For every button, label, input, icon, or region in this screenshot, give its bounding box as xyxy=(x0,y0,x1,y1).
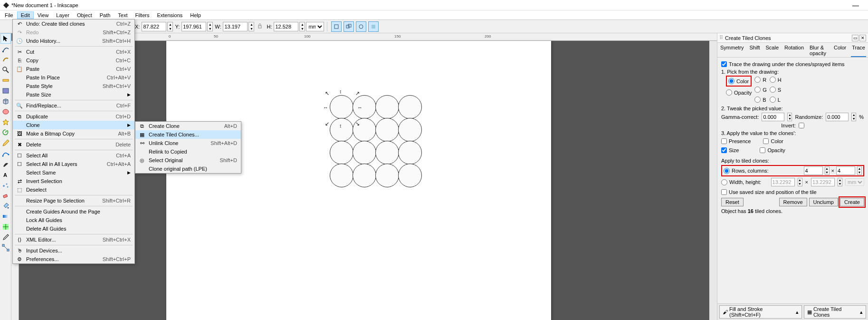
pick-opacity-radio[interactable]: Opacity xyxy=(726,89,752,96)
rect-tool[interactable] xyxy=(0,86,11,96)
rows-input[interactable] xyxy=(804,166,823,175)
affect-button-4[interactable] xyxy=(368,21,379,32)
menu-preferences[interactable]: ⚙Preferences...Shift+Ctrl+P xyxy=(13,255,134,263)
eraser-tool[interactable] xyxy=(0,190,11,201)
menu-path[interactable]: Path xyxy=(96,11,114,19)
remove-button[interactable]: Remove xyxy=(779,198,807,206)
menu-lock-guides[interactable]: Lock All Guides xyxy=(13,216,134,224)
pick-l-radio[interactable]: L xyxy=(770,97,782,103)
pick-s-radio[interactable]: S xyxy=(770,87,782,93)
pencil-tool[interactable] xyxy=(0,138,11,148)
submenu-unlink-clone[interactable]: ⚯Unlink CloneShift+Alt+D xyxy=(135,139,241,147)
pick-b-radio[interactable]: B xyxy=(754,97,767,103)
menu-resize-page[interactable]: Resize Page to SelectionShift+Ctrl+R xyxy=(13,196,134,205)
submenu-clone-path[interactable]: Clone original path (LPE) xyxy=(135,165,241,173)
menu-help[interactable]: Help xyxy=(186,11,205,19)
zoom-tool[interactable] xyxy=(0,65,11,75)
submenu-create-clone[interactable]: ⧉Create CloneAlt+D xyxy=(135,122,241,130)
bezier-tool[interactable] xyxy=(0,148,11,159)
menu-select-same[interactable]: Select Same▶ xyxy=(13,168,134,177)
menu-filters[interactable]: Filters xyxy=(132,11,153,19)
y-input[interactable] xyxy=(181,22,206,31)
minimize-button[interactable]: — xyxy=(846,0,865,10)
menu-copy[interactable]: ⎘CopyCtrl+C xyxy=(13,56,134,65)
cols-spinner[interactable]: ▲▼ xyxy=(857,166,862,175)
trace-checkbox[interactable]: Trace the drawing under the clones/spray… xyxy=(721,61,864,67)
3dbox-tool[interactable] xyxy=(0,96,11,107)
menu-paste-style[interactable]: Paste StyleShift+Ctrl+V xyxy=(13,82,134,90)
tab-blur-opacity[interactable]: Blur & opacity xyxy=(809,44,829,57)
vertical-scrollbar[interactable] xyxy=(709,41,717,320)
panel-grip-icon[interactable]: ⠿ xyxy=(719,35,723,41)
menu-view[interactable]: View xyxy=(34,11,53,19)
randomize-input[interactable] xyxy=(826,113,849,121)
apply-opacity-checkbox[interactable]: Opacity xyxy=(760,147,785,153)
menu-paste[interactable]: 📋PasteCtrl+V xyxy=(13,65,134,73)
menu-invert-selection[interactable]: ⇄Invert Selection xyxy=(13,177,134,185)
affect-button-1[interactable] xyxy=(331,21,342,32)
create-button[interactable]: Create xyxy=(840,198,864,206)
affect-button-3[interactable] xyxy=(356,21,366,32)
lock-icon[interactable] xyxy=(257,23,263,30)
reset-button[interactable]: Reset xyxy=(721,198,744,206)
rows-cols-radio[interactable]: Rows, columns: xyxy=(724,168,769,174)
menu-deselect[interactable]: ⬚Deselect xyxy=(13,185,134,194)
cols-input[interactable] xyxy=(836,166,855,175)
apply-color-checkbox[interactable]: Color xyxy=(763,138,783,144)
panel-close-button[interactable]: ✕ xyxy=(859,35,866,41)
w-spinner[interactable]: ▲▼ xyxy=(248,22,254,31)
tab-symmetry[interactable]: Symmetry xyxy=(719,44,745,57)
measure-tool[interactable] xyxy=(0,75,11,86)
menu-duplicate[interactable]: ⧉DuplicateCtrl+D xyxy=(13,112,134,121)
y-spinner[interactable]: ▲▼ xyxy=(207,22,213,31)
submenu-relink[interactable]: Relink to Copied xyxy=(135,147,241,156)
menu-paste-in-place[interactable]: Paste In PlaceCtrl+Alt+V xyxy=(13,73,134,82)
menu-undo-history[interactable]: 🕓Undo History...Shift+Ctrl+H xyxy=(13,37,134,45)
gamma-spinner[interactable]: ▲▼ xyxy=(787,113,792,121)
menu-select-all-layers[interactable]: ☐Select All in All LayersCtrl+Alt+A xyxy=(13,160,134,168)
apply-presence-checkbox[interactable]: Presence xyxy=(721,138,751,144)
menu-create-guides[interactable]: Create Guides Around the Page xyxy=(13,207,134,216)
apply-size-checkbox[interactable]: Size xyxy=(721,147,739,153)
gamma-input[interactable] xyxy=(762,113,784,121)
bucket-tool[interactable] xyxy=(0,201,11,211)
connector-tool[interactable] xyxy=(0,242,11,253)
menu-delete[interactable]: ✖DeleteDelete xyxy=(13,140,134,149)
menu-undo[interactable]: ↶Undo: Create tiled clonesCtrl+Z xyxy=(13,19,134,28)
panel-min-button[interactable]: ▭ xyxy=(852,35,858,41)
tab-color[interactable]: Color xyxy=(833,44,847,57)
menu-edit[interactable]: Edit xyxy=(17,11,34,19)
menu-paste-size[interactable]: Paste Size▶ xyxy=(13,90,134,99)
menu-delete-guides[interactable]: Delete All Guides xyxy=(13,224,134,233)
spiral-tool[interactable] xyxy=(0,127,11,138)
dropper-tool[interactable] xyxy=(0,232,11,242)
menu-redo[interactable]: ↷RedoShift+Ctrl+Z xyxy=(13,28,134,37)
affect-button-2[interactable] xyxy=(343,21,354,32)
menu-find[interactable]: 🔍Find/Replace...Ctrl+F xyxy=(13,101,134,110)
menu-select-all[interactable]: ☐Select AllCtrl+A xyxy=(13,151,134,160)
tab-trace[interactable]: Trace xyxy=(851,44,866,57)
pick-r-radio[interactable]: R xyxy=(754,77,767,83)
tab-scale[interactable]: Scale xyxy=(765,44,780,57)
pick-color-radio[interactable]: Color xyxy=(728,78,749,84)
rows-spinner[interactable]: ▲▼ xyxy=(825,166,830,175)
text-tool[interactable]: A xyxy=(0,169,11,180)
menu-extensions[interactable]: Extensions xyxy=(153,11,186,19)
h-spinner[interactable]: ▲▼ xyxy=(299,22,305,31)
tab-rotation[interactable]: Rotation xyxy=(783,44,805,57)
menu-text[interactable]: Text xyxy=(114,11,131,19)
submenu-select-original[interactable]: ◎Select OriginalShift+D xyxy=(135,156,241,165)
selector-tool[interactable] xyxy=(0,33,11,44)
pick-h-radio[interactable]: H xyxy=(770,77,782,83)
w-input[interactable] xyxy=(223,22,248,31)
menu-cut[interactable]: ✂CutCtrl+X xyxy=(13,48,134,56)
menu-object[interactable]: Object xyxy=(73,11,96,19)
h-input[interactable] xyxy=(274,22,298,31)
x-spinner[interactable]: ▲▼ xyxy=(167,22,173,31)
menu-input-devices[interactable]: 🖰Input Devices... xyxy=(13,246,134,255)
saved-size-checkbox[interactable]: Use saved size and position of the tile xyxy=(721,189,864,195)
unclump-button[interactable]: Unclump xyxy=(809,198,838,206)
unit-select[interactable]: mm xyxy=(306,22,324,31)
tab-shift[interactable]: Shift xyxy=(749,44,761,57)
randomize-spinner[interactable]: ▲▼ xyxy=(851,113,856,121)
